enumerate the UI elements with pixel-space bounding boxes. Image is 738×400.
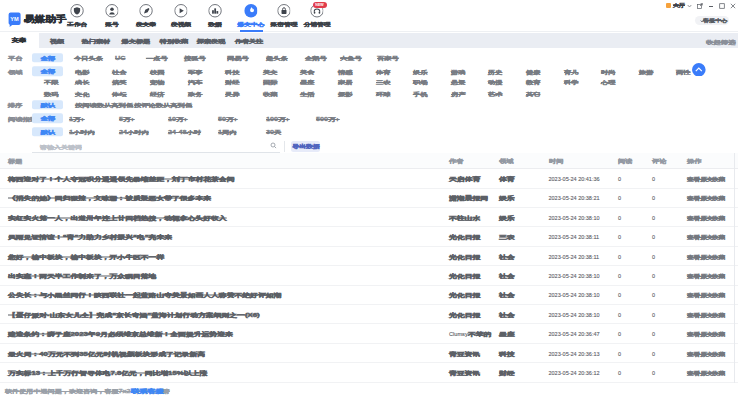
svg-text:YM: YM <box>10 16 19 22</box>
